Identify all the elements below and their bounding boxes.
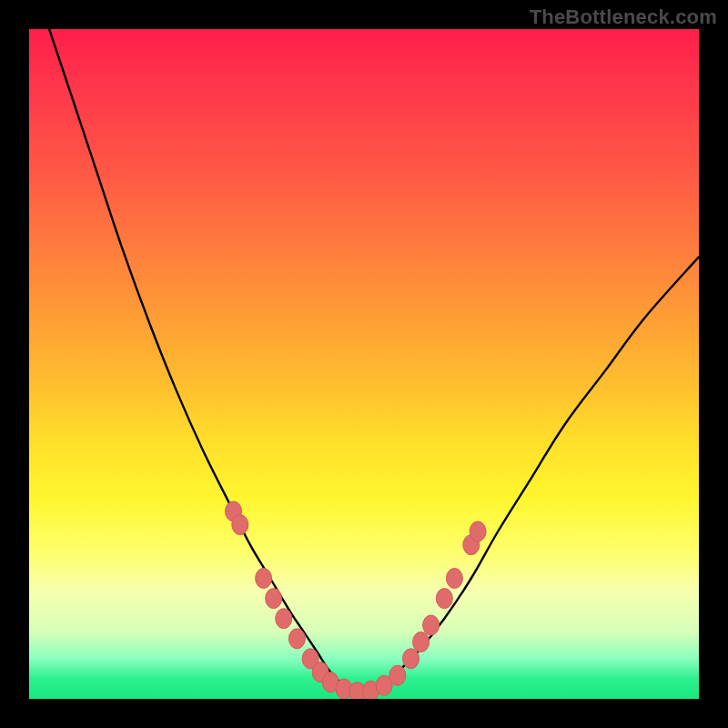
curve-marker	[436, 589, 452, 609]
curve-marker	[276, 609, 292, 629]
curve-marker	[389, 665, 406, 685]
curve-marker	[403, 649, 420, 669]
curve-marker	[256, 569, 272, 589]
bottleneck-curve	[49, 29, 699, 693]
watermark-text: TheBottleneck.com	[530, 5, 717, 29]
curve-marker	[423, 615, 440, 635]
curve-marker	[470, 521, 486, 541]
curve-marker	[413, 632, 430, 652]
curve-marker	[288, 629, 305, 649]
curve-markers	[226, 501, 487, 699]
curve-layer	[29, 29, 699, 699]
curve-marker	[446, 569, 462, 589]
plot-area	[29, 29, 699, 699]
curve-marker	[232, 515, 248, 535]
chart-frame: TheBottleneck.com	[0, 0, 728, 728]
curve-marker	[266, 589, 282, 609]
